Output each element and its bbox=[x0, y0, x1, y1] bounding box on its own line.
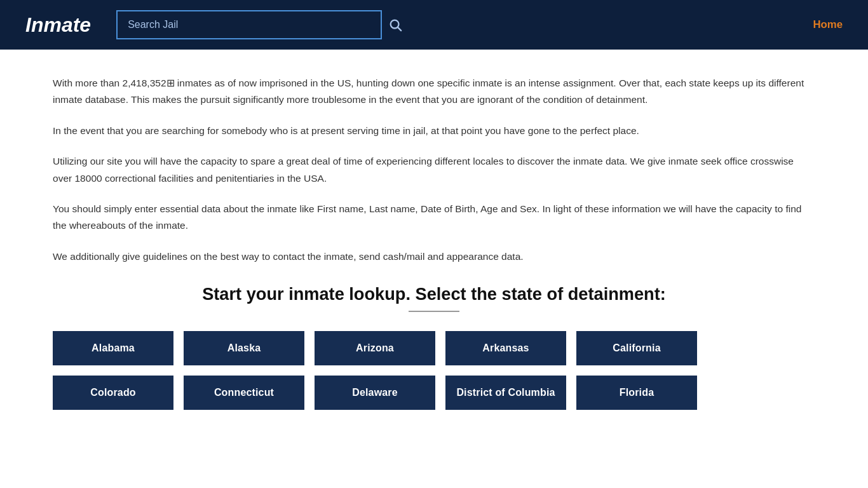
state-button[interactable]: Colorado bbox=[53, 376, 173, 410]
state-button[interactable]: Alaska bbox=[184, 331, 304, 365]
nav-home-link[interactable]: Home bbox=[813, 18, 843, 31]
search-icon bbox=[388, 18, 402, 32]
state-button[interactable]: California bbox=[576, 331, 697, 365]
intro-paragraph: You should simply enter essential data a… bbox=[53, 201, 815, 234]
intro-paragraph: In the event that you are searching for … bbox=[53, 123, 815, 139]
svg-line-1 bbox=[398, 27, 401, 30]
site-logo: Inmate bbox=[25, 13, 91, 37]
states-section-title: Start your inmate lookup. Select the sta… bbox=[53, 284, 815, 304]
state-button[interactable]: Arkansas bbox=[445, 331, 566, 365]
states-grid: AlabamaAlaskaArizonaArkansasCaliforniaCo… bbox=[53, 331, 815, 423]
search-button[interactable] bbox=[388, 18, 402, 32]
main-content: With more than 2,418,352⊞ inmates as of … bbox=[27, 50, 841, 423]
state-button[interactable]: District of Columbia bbox=[445, 376, 566, 410]
intro-paragraph: We additionally give guidelines on the b… bbox=[53, 248, 815, 265]
state-button[interactable]: Alabama bbox=[53, 331, 173, 365]
state-button[interactable]: Florida bbox=[576, 376, 697, 410]
state-button[interactable]: Connecticut bbox=[184, 376, 304, 410]
intro-paragraph: Utilizing our site you will have the cap… bbox=[53, 153, 815, 187]
search-container bbox=[116, 10, 402, 39]
search-input[interactable] bbox=[116, 10, 382, 39]
intro-text: With more than 2,418,352⊞ inmates as of … bbox=[53, 75, 815, 265]
state-button[interactable]: Delaware bbox=[315, 376, 435, 410]
intro-paragraph: With more than 2,418,352⊞ inmates as of … bbox=[53, 75, 815, 109]
section-divider bbox=[409, 311, 459, 312]
state-button[interactable]: Arizona bbox=[315, 331, 435, 365]
